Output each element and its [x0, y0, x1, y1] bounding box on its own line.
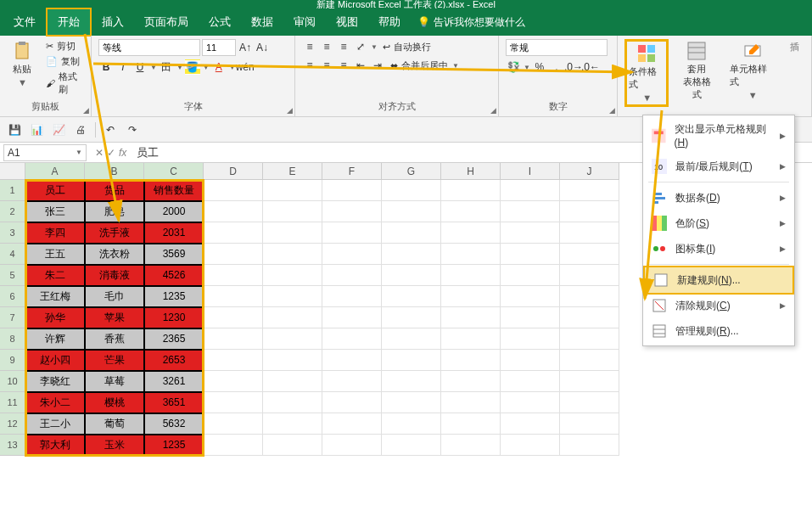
col-header-J[interactable]: J: [560, 163, 619, 180]
empty-cell[interactable]: [501, 180, 560, 201]
empty-cell[interactable]: [322, 350, 382, 371]
tell-me[interactable]: 💡告诉我你想要做什么: [417, 15, 525, 30]
data-cell[interactable]: 葡萄: [85, 413, 144, 435]
empty-cell[interactable]: [263, 265, 322, 286]
empty-cell[interactable]: [263, 307, 322, 328]
row-header-1[interactable]: 1: [0, 180, 25, 201]
empty-cell[interactable]: [501, 222, 560, 244]
data-cell[interactable]: 毛巾: [85, 286, 144, 307]
accept-formula-icon[interactable]: ✓: [107, 147, 115, 159]
chevron-down-icon[interactable]: ▼: [371, 43, 378, 51]
data-cell[interactable]: 孙华: [25, 307, 85, 328]
empty-cell[interactable]: [204, 265, 263, 286]
data-cell[interactable]: 3261: [144, 371, 204, 392]
col-header-G[interactable]: G: [382, 163, 441, 180]
fx-icon[interactable]: fx: [119, 147, 126, 159]
empty-cell[interactable]: [501, 371, 560, 392]
table-format-button[interactable]: 套用 表格格式: [674, 39, 720, 103]
menu-new-rule[interactable]: 新建规则(N)...: [643, 266, 794, 295]
qat-icon-2[interactable]: 📊: [29, 122, 44, 138]
col-header-D[interactable]: D: [204, 163, 263, 180]
comma-icon[interactable]: ,: [549, 59, 564, 75]
empty-cell[interactable]: [263, 180, 322, 201]
empty-cell[interactable]: [322, 286, 382, 307]
empty-cell[interactable]: [441, 244, 501, 265]
paste-button[interactable]: 粘贴 ▼: [7, 39, 37, 89]
chevron-down-icon[interactable]: ▼: [229, 64, 236, 71]
data-cell[interactable]: 3569: [144, 244, 204, 265]
data-cell[interactable]: 2000: [144, 201, 204, 222]
menu-insert[interactable]: 插入: [92, 9, 134, 35]
data-cell[interactable]: 李晓红: [25, 371, 85, 392]
menu-formulas[interactable]: 公式: [199, 9, 241, 35]
italic-button[interactable]: I: [115, 59, 131, 75]
data-cell[interactable]: 王五: [25, 244, 85, 265]
data-cell[interactable]: 玉米: [85, 435, 144, 456]
data-cell[interactable]: 员工: [25, 180, 85, 201]
empty-cell[interactable]: [322, 244, 382, 265]
phonetic-button[interactable]: wén: [238, 59, 253, 75]
data-cell[interactable]: 肥皂: [85, 201, 144, 222]
data-cell[interactable]: 张三: [25, 201, 85, 222]
empty-cell[interactable]: [263, 244, 322, 265]
align-launcher[interactable]: ◢: [490, 106, 496, 115]
menu-manage-rules[interactable]: 管理规则(R)...: [643, 318, 794, 344]
empty-cell[interactable]: [263, 371, 322, 392]
data-cell[interactable]: 赵小四: [25, 350, 85, 371]
format-painter-button[interactable]: 🖌格式刷: [42, 70, 84, 97]
data-cell[interactable]: 李四: [25, 222, 85, 244]
empty-cell[interactable]: [382, 350, 441, 371]
col-header-H[interactable]: H: [441, 163, 501, 180]
decrease-decimal-icon[interactable]: .0←: [583, 59, 598, 75]
row-header-5[interactable]: 5: [0, 265, 25, 286]
bold-button[interactable]: B: [98, 59, 114, 75]
data-cell[interactable]: 草莓: [85, 371, 144, 392]
align-left-icon[interactable]: ≡: [302, 58, 317, 73]
menu-review[interactable]: 审阅: [283, 9, 326, 35]
empty-cell[interactable]: [382, 413, 441, 435]
empty-cell[interactable]: [560, 413, 619, 435]
empty-cell[interactable]: [204, 244, 263, 265]
data-cell[interactable]: 消毒液: [85, 265, 144, 286]
row-header-12[interactable]: 12: [0, 413, 25, 435]
data-cell[interactable]: 王红梅: [25, 286, 85, 307]
empty-cell[interactable]: [441, 392, 501, 413]
empty-cell[interactable]: [204, 350, 263, 371]
data-cell[interactable]: 1235: [144, 435, 204, 456]
decrease-font-icon[interactable]: A↓: [255, 40, 270, 55]
data-cell[interactable]: 樱桃: [85, 392, 144, 413]
empty-cell[interactable]: [560, 265, 619, 286]
increase-font-icon[interactable]: A↑: [238, 40, 253, 55]
data-cell[interactable]: 王二小: [25, 413, 85, 435]
empty-cell[interactable]: [204, 371, 263, 392]
empty-cell[interactable]: [382, 328, 441, 350]
row-header-4[interactable]: 4: [0, 244, 25, 265]
chevron-down-icon[interactable]: ▼: [203, 64, 210, 71]
empty-cell[interactable]: [263, 222, 322, 244]
percent-icon[interactable]: %: [532, 59, 547, 75]
insert-cells-button[interactable]: 插: [785, 39, 804, 55]
empty-cell[interactable]: [560, 328, 619, 350]
empty-cell[interactable]: [441, 201, 501, 222]
empty-cell[interactable]: [560, 350, 619, 371]
empty-cell[interactable]: [441, 350, 501, 371]
empty-cell[interactable]: [560, 286, 619, 307]
menu-top-bottom-rules[interactable]: 10 最前/最后规则(T) ▶: [643, 154, 794, 179]
empty-cell[interactable]: [204, 286, 263, 307]
empty-cell[interactable]: [382, 392, 441, 413]
col-header-B[interactable]: B: [85, 163, 144, 180]
align-center-icon[interactable]: ≡: [319, 58, 334, 73]
increase-decimal-icon[interactable]: .0→: [566, 59, 581, 75]
empty-cell[interactable]: [560, 222, 619, 244]
data-cell[interactable]: 货品: [85, 180, 144, 201]
menu-data[interactable]: 数据: [241, 9, 283, 35]
empty-cell[interactable]: [560, 307, 619, 328]
empty-cell[interactable]: [322, 392, 382, 413]
empty-cell[interactable]: [501, 350, 560, 371]
empty-cell[interactable]: [204, 413, 263, 435]
accounting-icon[interactable]: 💱: [506, 59, 521, 75]
data-cell[interactable]: 2653: [144, 350, 204, 371]
border-button[interactable]: 田: [159, 59, 174, 75]
align-top-icon[interactable]: ≡: [302, 39, 317, 54]
empty-cell[interactable]: [204, 222, 263, 244]
